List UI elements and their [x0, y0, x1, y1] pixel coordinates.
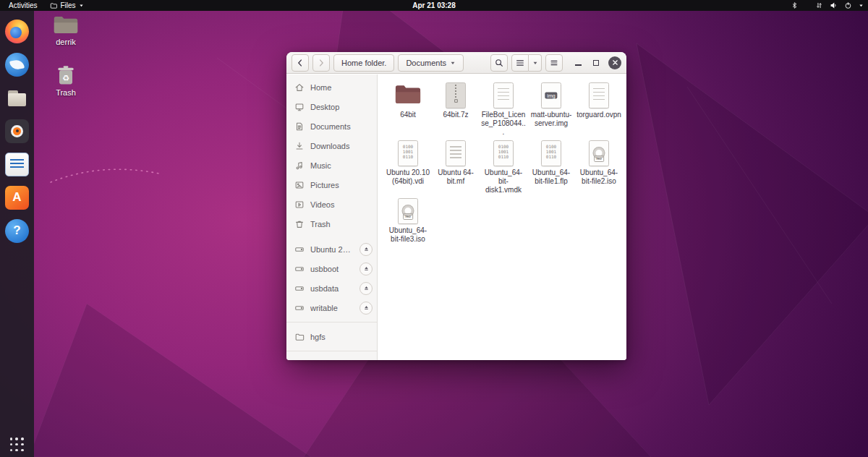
forward-button[interactable] [312, 54, 330, 72]
drive-icon [294, 244, 305, 255]
thunderbird-icon [5, 53, 29, 77]
binary-file-icon: 010010010110 [541, 138, 561, 168]
caret-down-icon [450, 60, 456, 66]
folder-file-icon [394, 80, 422, 111]
desktop-icon-derrik[interactable]: derrik [43, 13, 88, 46]
chevron-right-icon [316, 58, 326, 68]
sidebar-item-downloads[interactable]: Downloads [286, 136, 377, 155]
maximize-button[interactable] [590, 57, 602, 69]
power-icon[interactable] [844, 1, 852, 9]
sidebar-item-videos[interactable]: Videos [286, 195, 377, 214]
file-label: 64bit [386, 111, 430, 119]
file-item-ubuntu-64-bit-file3-iso[interactable]: isoUbuntu_64-bit-file3.iso [384, 195, 432, 252]
sidebar-item-label: Ubuntu 20.0... [310, 245, 354, 254]
sidebar-item-label: writable [310, 304, 354, 312]
sidebar-item-trash[interactable]: Trash [286, 214, 377, 234]
text-file-icon [493, 80, 514, 111]
file-label: matt-ubuntu-server.img [529, 111, 574, 128]
path-button-home[interactable]: Home folder. [333, 54, 394, 72]
menu-button[interactable] [545, 54, 563, 72]
sidebar-item-hgfs[interactable]: hgfs [286, 327, 377, 346]
path-button-documents[interactable]: Documents [398, 54, 464, 72]
minimize-button[interactable] [572, 57, 584, 69]
close-button[interactable] [608, 56, 621, 69]
dock-ubuntu-software-icon[interactable]: A [0, 181, 34, 214]
dock-media-player-icon[interactable] [0, 114, 34, 148]
desktop-icon-label: derrik [56, 38, 76, 46]
file-item-ubuntu-64-bit-file1-flp[interactable]: 010010010110Ubuntu_64-bit-file1.flp [527, 137, 575, 195]
sidebar-item-label: Pictures [310, 181, 373, 189]
file-item-64bit-7z[interactable]: 64bit.7z [432, 79, 480, 137]
sidebar-item-label: Videos [310, 200, 373, 209]
eject-button[interactable] [359, 262, 373, 276]
sidebar-item-label: usbboot [310, 265, 354, 273]
sidebar-item-other-locations[interactable]: Other Locations [286, 356, 377, 360]
sidebar-item-label: Downloads [310, 142, 373, 150]
iso-file-icon: iso [398, 196, 418, 226]
files-folder-icon [50, 2, 57, 9]
search-icon [494, 58, 504, 68]
eject-button[interactable] [359, 282, 373, 295]
file-item-matt-ubuntu-server-img[interactable]: imgmatt-ubuntu-server.img [527, 79, 575, 137]
dock-libreoffice-writer-icon[interactable] [0, 148, 34, 181]
file-label: Ubuntu_64-bit-disk1.vmdk [481, 168, 526, 195]
sidebar-item-documents[interactable]: Documents [286, 116, 377, 136]
img-file-icon: img [541, 80, 561, 111]
file-item-ubuntu-64-bit-mf[interactable]: Ubuntu 64-bit.mf [432, 137, 480, 195]
clock[interactable]: Apr 21 03:28 [412, 1, 455, 9]
desktop-icon-label: Trash [56, 88, 76, 97]
list-view-button[interactable] [511, 54, 529, 72]
drive-icon [294, 264, 305, 274]
sidebar-item-music[interactable]: Music [286, 155, 377, 175]
volume-icon[interactable] [830, 1, 838, 9]
app-menu-files[interactable]: Files [50, 1, 83, 9]
app-menu-label: Files [60, 1, 75, 9]
eject-button[interactable] [359, 243, 373, 256]
sidebar-item-pictures[interactable]: Pictures [286, 175, 377, 195]
help-icon: ? [5, 219, 29, 243]
dock-files-icon[interactable] [0, 81, 34, 114]
eject-button[interactable] [359, 302, 373, 315]
sidebar-item-home[interactable]: Home [286, 77, 377, 97]
sidebar-item-label: Music [310, 161, 373, 170]
file-item-ubuntu-64-bit-disk1-vmdk[interactable]: 010010010110Ubuntu_64-bit-disk1.vmdk [480, 137, 527, 195]
text-file-icon [446, 138, 466, 168]
file-label: Ubuntu_64-bit-file2.iso [576, 168, 621, 186]
sidebar-item-desktop[interactable]: Desktop [286, 97, 377, 116]
bluetooth-icon[interactable] [791, 1, 799, 9]
music-icon [294, 161, 305, 171]
file-item-ubuntu-64-bit-file2-iso[interactable]: isoUbuntu_64-bit-file2.iso [575, 137, 623, 195]
dock-firefox-icon[interactable] [0, 14, 34, 48]
sidebar-item-label: hgfs [310, 333, 373, 341]
sidebar-item-ubuntu-20-0-[interactable]: Ubuntu 20.0... [286, 239, 377, 259]
file-item-64bit[interactable]: 64bit [384, 79, 432, 137]
dock-help-icon[interactable]: ? [0, 214, 34, 247]
back-button[interactable] [292, 54, 309, 72]
sidebar-item-writable[interactable]: writable [286, 298, 377, 317]
headerbar: Home folder. Documents [286, 52, 626, 74]
sidebar-item-usbboot[interactable]: usbboot [286, 259, 377, 278]
file-item-filebot-license-p108044-[interactable]: FileBot_License_P108044... [480, 79, 527, 137]
network-icon[interactable] [815, 1, 823, 9]
search-button[interactable] [490, 54, 508, 72]
file-item-ubuntu-20-10-64bit-vdi[interactable]: 010010010110Ubuntu 20.10 (64bit).vdi [384, 137, 432, 195]
sidebar-item-usbdata[interactable]: usbdata [286, 278, 377, 298]
file-grid: 64bit64bit.7zFileBot_License_P108044...i… [378, 74, 626, 252]
show-applications-button[interactable] [10, 437, 25, 452]
file-item-torguard-ovpn[interactable]: torguard.ovpn [575, 79, 623, 137]
binary-file-icon: 010010010110 [398, 138, 418, 168]
archive-file-icon [446, 80, 466, 111]
caret-down-icon[interactable] [859, 3, 864, 8]
activities-button[interactable]: Activities [6, 1, 40, 9]
drive-icon [294, 283, 305, 294]
iso-file-icon: iso [589, 138, 609, 168]
ubuntu-software-icon: A [5, 186, 29, 210]
sidebar-item-label: Desktop [310, 103, 373, 111]
pictures-icon [294, 180, 305, 190]
top-bar: Activities Files Apr 21 03:28 [0, 0, 868, 11]
files-icon [5, 86, 29, 110]
documents-icon [294, 121, 305, 132]
view-options-button[interactable] [529, 54, 542, 72]
desktop-icon-trash[interactable]: ♻Trash [43, 64, 88, 97]
dock-thunderbird-icon[interactable] [0, 48, 34, 81]
